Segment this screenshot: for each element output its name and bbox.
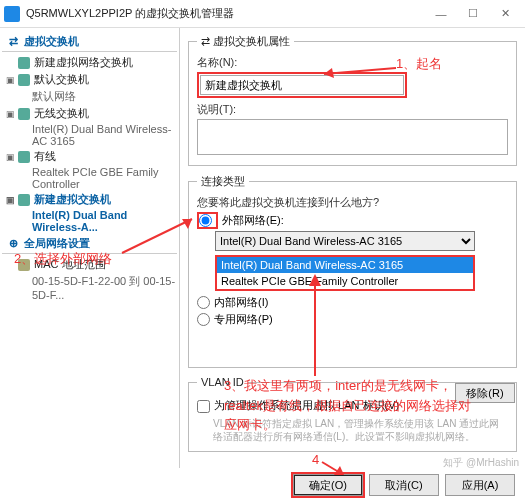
expander-icon[interactable]: ▣ [6, 109, 16, 119]
close-button[interactable]: ✕ [489, 2, 521, 26]
mac-range-value: 00-15-5D-F1-22-00 到 00-15-5D-F... [32, 274, 177, 301]
external-radio[interactable] [199, 214, 212, 227]
nic-select[interactable]: Intel(R) Dual Band Wireless-AC 3165 [215, 231, 475, 251]
vswitch-properties-group: ⇄ 虚拟交换机属性 名称(N): 说明(T): [188, 34, 517, 166]
vswitch-properties-legend: ⇄ 虚拟交换机属性 [197, 34, 294, 49]
private-label: 专用网络(P) [214, 312, 273, 327]
expander-icon[interactable]: ▣ [6, 195, 16, 205]
nic-dropdown-open[interactable]: Intel(R) Dual Band Wireless-AC 3165 Real… [215, 255, 475, 291]
notes-label: 说明(T): [197, 102, 508, 117]
notes-input[interactable] [197, 119, 508, 155]
switch-node-icon [18, 194, 30, 206]
properties-pane: ⇄ 虚拟交换机属性 名称(N): 说明(T): 连接类型 您要将此虚拟交换机连接… [180, 28, 525, 468]
default-network-item[interactable]: 默认网络 [2, 88, 177, 105]
expander-icon[interactable]: ▣ [6, 75, 16, 85]
wifi-switch-item[interactable]: ▣ 无线交换机 [2, 105, 177, 122]
apply-button[interactable]: 应用(A) [445, 474, 515, 496]
new-vswitch-nic-item[interactable]: Intel(R) Dual Band Wireless-A... [2, 208, 177, 234]
section-global-label: 全局网络设置 [24, 236, 90, 251]
vlan-legend: VLAN ID [197, 376, 248, 388]
ok-button[interactable]: 确定(O) [293, 474, 363, 496]
window-title: Q5RMWLXYL2PPI2P 的虚拟交换机管理器 [26, 6, 425, 21]
remove-button[interactable]: 移除(R) [455, 383, 515, 403]
section-vswitch-label: 虚拟交换机 [24, 34, 79, 49]
props-legend-text: 虚拟交换机属性 [213, 35, 290, 47]
mac-range-label: MAC 地址范围 [34, 257, 106, 272]
wired-nic-item[interactable]: Realtek PCIe GBE Family Controller [2, 165, 177, 191]
new-vswitch-nic-label: Intel(R) Dual Band Wireless-A... [32, 209, 177, 233]
section-global: ⊕ 全局网络设置 [2, 234, 177, 254]
new-network-switch-label: 新建虚拟网络交换机 [34, 55, 133, 70]
section-virtual-switches: ⇄ 虚拟交换机 [2, 32, 177, 52]
watermark: 知乎 @MrHashin [443, 456, 519, 470]
wifi-switch-label: 无线交换机 [34, 106, 89, 121]
switch-node-icon [18, 108, 30, 120]
switch-node-icon [18, 57, 30, 69]
conn-question: 您要将此虚拟交换机连接到什么地方? [197, 195, 508, 210]
wired-switch-item[interactable]: ▣ 有线 [2, 148, 177, 165]
cancel-button[interactable]: 取消(C) [369, 474, 439, 496]
connection-type-group: 连接类型 您要将此虚拟交换机连接到什么地方? 外部网络(E): Intel(R)… [188, 174, 517, 368]
minimize-button[interactable]: — [425, 2, 457, 26]
vlan-checkbox-label: 为管理操作系统启用虚拟 LAN 标识(V) [214, 398, 399, 413]
expander-icon[interactable]: ▣ [6, 152, 16, 162]
switch-icon: ⇄ [6, 35, 20, 49]
default-switch-item[interactable]: ▣ 默认交换机 [2, 71, 177, 88]
switch-node-icon [18, 151, 30, 163]
app-icon [4, 6, 20, 22]
wifi-nic-label: Intel(R) Dual Band Wireless-AC 3165 [32, 123, 177, 147]
nic-option-intel[interactable]: Intel(R) Dual Band Wireless-AC 3165 [217, 257, 473, 273]
nic-option-realtek[interactable]: Realtek PCIe GBE Family Controller [217, 273, 473, 289]
switch-node-icon [18, 74, 30, 86]
wired-switch-label: 有线 [34, 149, 56, 164]
maximize-button[interactable]: ☐ [457, 2, 489, 26]
mac-range-value-item[interactable]: 00-15-5D-F1-22-00 到 00-15-5D-F... [2, 273, 177, 302]
wired-nic-label: Realtek PCIe GBE Family Controller [32, 166, 177, 190]
internal-label: 内部网络(I) [214, 295, 268, 310]
new-network-switch-item[interactable]: 新建虚拟网络交换机 [2, 54, 177, 71]
wifi-nic-item[interactable]: Intel(R) Dual Band Wireless-AC 3165 [2, 122, 177, 148]
external-label: 外部网络(E): [222, 213, 284, 228]
name-label: 名称(N): [197, 55, 508, 70]
globe-icon: ⊕ [6, 237, 20, 251]
mac-range-item[interactable]: MAC 地址范围 [2, 256, 177, 273]
mac-icon [18, 259, 30, 271]
internal-radio[interactable] [197, 296, 210, 309]
default-switch-label: 默认交换机 [34, 72, 89, 87]
vlan-checkbox[interactable] [197, 400, 210, 413]
name-input[interactable] [200, 75, 404, 95]
private-radio[interactable] [197, 313, 210, 326]
conn-type-legend: 连接类型 [197, 174, 249, 189]
new-vswitch-item-selected[interactable]: ▣ 新建虚拟交换机 [2, 191, 177, 208]
new-vswitch-label: 新建虚拟交换机 [34, 192, 111, 207]
default-network-label: 默认网络 [32, 89, 76, 104]
left-tree-pane: ⇄ 虚拟交换机 新建虚拟网络交换机 ▣ 默认交换机 默认网络 ▣ 无线交换机 I… [0, 28, 180, 468]
vlan-description: VLAN 标识符指定虚拟 LAN，管理操作系统使用该 LAN 通过此网络适配器进… [213, 417, 508, 443]
